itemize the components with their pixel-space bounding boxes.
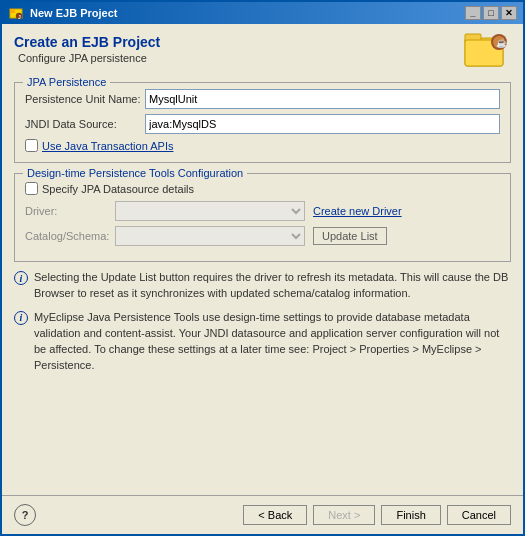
specify-datasource-label: Specify JPA Datasource details bbox=[42, 183, 194, 195]
driver-row: Driver: Create new Driver bbox=[25, 201, 500, 221]
jndi-input[interactable] bbox=[145, 114, 500, 134]
svg-rect-1 bbox=[10, 9, 15, 13]
persistence-unit-label: Persistence Unit Name: bbox=[25, 93, 145, 105]
next-button[interactable]: Next > bbox=[313, 505, 375, 525]
page-subtitle: Configure JPA persistence bbox=[18, 52, 160, 64]
page-title: Create an EJB Project bbox=[14, 34, 160, 50]
persistence-unit-row: Persistence Unit Name: bbox=[25, 89, 500, 109]
specify-datasource-checkbox[interactable] bbox=[25, 182, 38, 195]
maximize-button[interactable]: □ bbox=[483, 6, 499, 20]
cancel-button[interactable]: Cancel bbox=[447, 505, 511, 525]
info-icon-1: i bbox=[14, 271, 28, 285]
catalog-label: Catalog/Schema: bbox=[25, 230, 115, 242]
design-time-section: Design-time Persistence Tools Configurat… bbox=[14, 173, 511, 262]
info-box-2: i MyEclipse Java Persistence Tools use d… bbox=[14, 310, 511, 374]
svg-text:J: J bbox=[18, 14, 21, 20]
info-icon-2: i bbox=[14, 311, 28, 325]
specify-datasource-row: Specify JPA Datasource details bbox=[25, 182, 500, 195]
driver-label: Driver: bbox=[25, 205, 115, 217]
jndi-label: JNDI Data Source: bbox=[25, 118, 145, 130]
transaction-api-label[interactable]: Use Java Transaction APIs bbox=[42, 140, 173, 152]
close-button[interactable]: ✕ bbox=[501, 6, 517, 20]
help-button[interactable]: ? bbox=[14, 504, 36, 526]
persistence-unit-input[interactable] bbox=[145, 89, 500, 109]
jndi-row: JNDI Data Source: bbox=[25, 114, 500, 134]
content-area: Create an EJB Project Configure JPA pers… bbox=[2, 24, 523, 495]
svg-text:☕: ☕ bbox=[496, 37, 508, 49]
minimize-button[interactable]: _ bbox=[465, 6, 481, 20]
bottom-bar: ? < Back Next > Finish Cancel bbox=[2, 495, 523, 534]
transaction-api-checkbox[interactable] bbox=[25, 139, 38, 152]
info-box-1: i Selecting the Update List button requi… bbox=[14, 270, 511, 302]
window-title: New EJB Project bbox=[30, 7, 465, 19]
window-icon: J bbox=[8, 5, 24, 21]
titlebar: J New EJB Project _ □ ✕ bbox=[2, 2, 523, 24]
jpa-section-title: JPA Persistence bbox=[23, 76, 110, 88]
update-list-button[interactable]: Update List bbox=[313, 227, 387, 245]
back-button[interactable]: < Back bbox=[243, 505, 307, 525]
main-window: J New EJB Project _ □ ✕ Create an EJB Pr… bbox=[0, 0, 525, 536]
transaction-api-row: Use Java Transaction APIs bbox=[25, 139, 500, 152]
driver-select[interactable] bbox=[115, 201, 305, 221]
page-header: Create an EJB Project Configure JPA pers… bbox=[14, 34, 511, 74]
info-text-1: Selecting the Update List button require… bbox=[34, 270, 511, 302]
finish-button[interactable]: Finish bbox=[381, 505, 440, 525]
header-folder-icon: ☕ bbox=[463, 24, 511, 74]
catalog-select[interactable] bbox=[115, 226, 305, 246]
info-text-2: MyEclipse Java Persistence Tools use des… bbox=[34, 310, 511, 374]
jpa-persistence-section: JPA Persistence Persistence Unit Name: J… bbox=[14, 82, 511, 163]
design-section-title: Design-time Persistence Tools Configurat… bbox=[23, 167, 247, 179]
create-new-driver-link[interactable]: Create new Driver bbox=[313, 205, 402, 217]
catalog-row: Catalog/Schema: Update List bbox=[25, 226, 500, 246]
window-controls: _ □ ✕ bbox=[465, 6, 517, 20]
